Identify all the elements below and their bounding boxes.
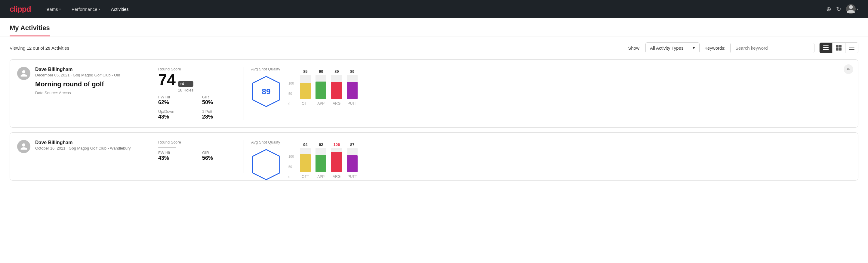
add-icon[interactable]: ⊕ xyxy=(826,5,831,12)
chart-col-app-2: 92 APP xyxy=(315,142,326,179)
page-title: My Activities xyxy=(10,24,50,36)
svg-rect-8 xyxy=(849,48,855,48)
stat-1putt: 1 Putt 28% xyxy=(202,109,237,120)
score-holes: 18 Holes xyxy=(178,88,193,92)
activity-title: Morning round of golf xyxy=(35,80,120,88)
stat-updown: Up/Down 43% xyxy=(158,109,192,120)
round-score-section-2: Round Score xyxy=(158,140,237,148)
svg-marker-11 xyxy=(253,150,280,180)
card-info: Dave Billingham December 05, 2021 · Gog … xyxy=(35,67,120,95)
stat-fw-hit: FW Hit 62% xyxy=(158,95,192,106)
svg-rect-5 xyxy=(836,48,839,51)
bar-chart-section: 100 50 0 85 OTT xyxy=(288,69,358,106)
page: My Activities Viewing 12 out of 29 Activ… xyxy=(0,18,868,263)
data-source: Data Source: Arccos xyxy=(35,91,120,95)
card-date: December 05, 2021 · Gog Magog Golf Club … xyxy=(35,73,120,77)
edit-button[interactable]: ✏ xyxy=(844,64,853,74)
y-axis-2: 100 50 0 xyxy=(288,155,294,179)
avg-shot-label: Avg Shot Quality xyxy=(251,67,281,71)
chart-col-app: 90 APP xyxy=(315,69,326,106)
score-value: 74 xyxy=(158,72,176,88)
dropdown-arrow-icon: ▾ xyxy=(693,45,695,51)
avg-shot-label-2: Avg Shot Quality xyxy=(251,140,281,144)
list-view-toggle[interactable] xyxy=(819,43,833,53)
user-avatar-2 xyxy=(17,140,30,153)
hexagon-value: 89 xyxy=(262,87,271,96)
card-divider-4 xyxy=(244,140,244,173)
score-row: 74 +4 18 Holes xyxy=(158,72,237,92)
chart-col-ott: 85 OTT xyxy=(300,69,311,106)
hexagon-container-2 xyxy=(251,148,281,180)
bar-ott xyxy=(300,83,311,99)
avatar-arrow-icon: ▾ xyxy=(857,7,858,11)
card-left: Dave Billingham December 05, 2021 · Gog … xyxy=(17,67,144,95)
activity-card-2: Dave Billingham October 16, 2021 · Gog M… xyxy=(10,133,858,180)
activities-list: Dave Billingham December 05, 2021 · Gog … xyxy=(0,59,868,190)
nav-activities[interactable]: Activities xyxy=(107,4,133,14)
stat-fw-hit-2: FW Hit 43% xyxy=(158,150,192,161)
svg-rect-0 xyxy=(823,46,829,46)
filter-bar: Viewing 12 out of 29 Activities Show: Al… xyxy=(0,36,868,59)
card-divider-1 xyxy=(151,67,151,120)
header-left: clippd Teams ▾ Performance ▾ Activities xyxy=(10,4,133,14)
card-divider-2 xyxy=(244,67,244,120)
grid-view-toggle[interactable] xyxy=(833,43,845,53)
stat-grid-2: FW Hit 43% GIR 56% xyxy=(158,150,237,161)
logo[interactable]: clippd xyxy=(10,4,31,14)
keywords-label: Keywords: xyxy=(704,46,725,51)
compact-view-toggle[interactable] xyxy=(845,43,858,53)
card-quality: Avg Shot Quality 89 100 50 xyxy=(251,67,402,108)
bar-ott-2 xyxy=(300,154,311,172)
bar-putt-2 xyxy=(347,155,358,172)
chart-col-ott-2: 94 OTT xyxy=(300,142,311,179)
round-score-label-2: Round Score xyxy=(158,140,237,144)
arg-val: 106 xyxy=(334,142,340,147)
user-name: Dave Billingham xyxy=(35,67,120,72)
card-quality-2: Avg Shot Quality 100 50 0 xyxy=(251,140,402,180)
show-label: Show: xyxy=(628,46,641,51)
nav-performance[interactable]: Performance ▾ xyxy=(67,4,104,14)
chart-col-putt-2: 87 PUTT xyxy=(347,142,358,179)
activity-type-select[interactable]: All Activity Types ▾ xyxy=(645,42,700,53)
chart-col-putt: 89 PUTT xyxy=(347,69,358,106)
header-right: ⊕ ↻ ▾ xyxy=(826,4,858,14)
svg-rect-4 xyxy=(839,45,841,48)
chart-col-arg: 89 ARG xyxy=(331,69,342,106)
y-axis: 100 50 0 xyxy=(288,82,294,106)
stat-gir: GIR 50% xyxy=(202,95,237,106)
chart-col-arg-2: 106 ARG xyxy=(331,142,342,179)
refresh-icon[interactable]: ↻ xyxy=(836,5,841,12)
bar-putt xyxy=(347,82,358,99)
bar-chart: 100 50 0 85 OTT xyxy=(288,69,358,106)
bar-arg xyxy=(331,82,342,99)
score-badge: +4 xyxy=(178,81,193,87)
performance-arrow-icon: ▾ xyxy=(99,7,100,11)
card-stats: Round Score 74 +4 18 Holes FW Hit 62% xyxy=(158,67,237,120)
card-stats-2: Round Score FW Hit 43% GIR 56% xyxy=(158,140,237,161)
main-nav: Teams ▾ Performance ▾ Activities xyxy=(40,4,133,14)
view-toggles xyxy=(819,42,858,53)
card-info-2: Dave Billingham October 16, 2021 · Gog M… xyxy=(35,140,130,153)
teams-arrow-icon: ▾ xyxy=(59,7,61,11)
bar-chart-2: 100 50 0 94 OTT 92 xyxy=(288,142,358,179)
user-avatar xyxy=(17,67,30,80)
user-name-2: Dave Billingham xyxy=(35,140,130,145)
bar-app-2 xyxy=(315,155,326,172)
user-avatar-btn[interactable]: ▾ xyxy=(846,4,858,14)
search-input[interactable] xyxy=(730,43,814,53)
stat-gir-2: GIR 56% xyxy=(202,150,237,161)
card-date-2: October 16, 2021 · Gog Magog Golf Club -… xyxy=(35,146,130,150)
card-left-2: Dave Billingham October 16, 2021 · Gog M… xyxy=(17,140,144,153)
stat-grid: FW Hit 62% GIR 50% Up/Down 43% 1 Putt 28… xyxy=(158,95,237,120)
svg-rect-2 xyxy=(823,49,829,50)
nav-teams[interactable]: Teams ▾ xyxy=(40,4,65,14)
bar-arg-2 xyxy=(331,152,342,172)
round-score-label: Round Score xyxy=(158,67,237,71)
avatar xyxy=(846,4,856,14)
svg-rect-7 xyxy=(849,46,855,46)
score-placeholder xyxy=(158,147,176,148)
bar-app xyxy=(315,82,326,99)
round-score-section: Round Score 74 +4 18 Holes xyxy=(158,67,237,92)
card-divider-3 xyxy=(151,140,151,173)
svg-rect-6 xyxy=(839,48,841,51)
